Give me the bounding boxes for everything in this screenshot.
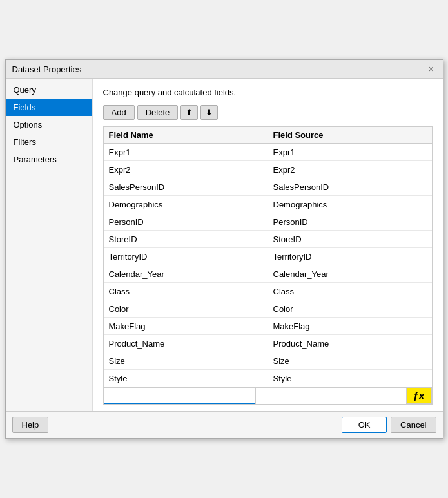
table-row[interactable]: MakeFlagMakeFlag [104,318,432,335]
field-name-header: Field Name [104,127,268,143]
fx-button[interactable]: ƒx [406,388,432,404]
table-row[interactable]: SalesPersonIDSalesPersonID [104,178,432,196]
field-name-cell: MakeFlag [104,318,268,334]
table-row[interactable]: TerritoryIDTerritoryID [104,248,432,265]
field-source-cell: Calendar_Year [268,265,432,282]
field-source-cell: Demographics [268,196,432,213]
field-source-cell: Size [268,352,432,369]
field-source-cell: SalesPersonID [268,178,432,195]
field-source-cell: Product_Name [268,335,432,352]
field-source-cell: Expr1 [268,144,432,160]
table-row[interactable]: Calendar_YearCalendar_Year [104,265,432,283]
bottom-input-left[interactable] [104,388,255,404]
ok-button[interactable]: OK [342,417,387,433]
field-name-cell: Calendar_Year [104,265,268,282]
field-name-cell: Expr1 [104,144,268,160]
fx-icon: ƒx [413,390,425,402]
close-button[interactable]: × [426,64,436,74]
fields-container: Field Name Field Source Expr1Expr1Expr2E… [103,126,433,405]
help-button[interactable]: Help [12,417,49,433]
move-up-button[interactable]: ⬆ [180,105,198,120]
field-source-cell: StoreID [268,231,432,247]
down-icon: ⬇ [206,108,213,117]
sidebar-item-fields[interactable]: Fields [6,99,92,116]
field-source-cell: MakeFlag [268,318,432,334]
field-source-header: Field Source [268,127,432,143]
table-row[interactable]: SizeSize [104,352,432,370]
table-row[interactable]: StyleStyle [104,370,432,387]
field-name-cell: Style [104,370,268,387]
field-name-cell: Demographics [104,196,268,213]
table-row[interactable]: Expr2Expr2 [104,161,432,178]
cancel-button[interactable]: Cancel [391,417,436,433]
table-row[interactable]: StoreIDStoreID [104,231,432,248]
dialog-title: Dataset Properties [12,64,82,74]
sidebar: QueryFieldsOptionsFiltersParameters [6,79,93,411]
dialog-footer: Help OK Cancel [6,411,443,438]
footer-actions: OK Cancel [342,417,436,433]
fields-scroll[interactable]: Expr1Expr1Expr2Expr2SalesPersonIDSalesPe… [104,144,432,387]
sidebar-item-options[interactable]: Options [6,116,92,133]
sidebar-item-filters[interactable]: Filters [6,133,92,151]
main-description: Change query and calculated fields. [103,88,433,97]
sidebar-item-query[interactable]: Query [6,81,92,99]
field-source-cell: Color [268,300,432,317]
title-bar: Dataset Properties × [6,60,443,79]
field-name-cell: StoreID [104,231,268,247]
field-name-cell: Expr2 [104,161,268,178]
field-name-cell: SalesPersonID [104,178,268,195]
sidebar-item-parameters[interactable]: Parameters [6,151,92,168]
field-name-cell: PersonID [104,213,268,230]
bottom-input-right[interactable] [255,388,406,404]
field-source-cell: Expr2 [268,161,432,178]
fields-header: Field Name Field Source [104,127,432,144]
field-source-cell: PersonID [268,213,432,230]
delete-button[interactable]: Delete [137,105,179,120]
bottom-row: ƒx [104,387,432,404]
table-row[interactable]: ClassClass [104,283,432,300]
add-button[interactable]: Add [103,105,135,120]
table-row[interactable]: Product_NameProduct_Name [104,335,432,352]
field-name-cell: Class [104,283,268,300]
main-content: Change query and calculated fields. Add … [93,79,443,411]
table-row[interactable]: DemographicsDemographics [104,196,432,213]
field-name-cell: Size [104,352,268,369]
field-name-cell: TerritoryID [104,248,268,265]
table-row[interactable]: PersonIDPersonID [104,213,432,231]
field-name-cell: Color [104,300,268,317]
up-icon: ⬆ [186,108,193,117]
field-name-cell: Product_Name [104,335,268,352]
field-source-cell: TerritoryID [268,248,432,265]
move-down-button[interactable]: ⬇ [200,105,218,120]
dataset-properties-dialog: Dataset Properties × QueryFieldsOptionsF… [5,59,443,439]
dialog-body: QueryFieldsOptionsFiltersParameters Chan… [6,79,443,411]
field-source-cell: Style [268,370,432,387]
table-row[interactable]: Expr1Expr1 [104,144,432,161]
field-source-cell: Class [268,283,432,300]
table-row[interactable]: ColorColor [104,300,432,318]
toolbar: Add Delete ⬆ ⬇ [103,105,433,120]
